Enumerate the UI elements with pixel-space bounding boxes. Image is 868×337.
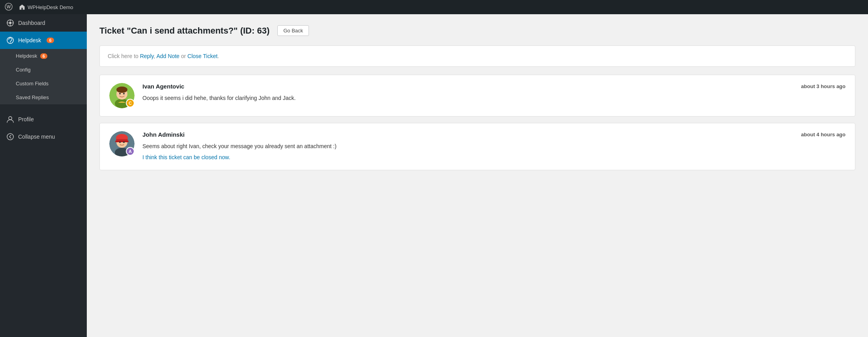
sidebar-submenu-config[interactable]: Config <box>0 63 87 77</box>
sidebar-item-helpdesk[interactable]: Helpdesk 6 <box>0 32 87 49</box>
wp-logo-icon[interactable]: W <box>5 3 13 12</box>
sidebar: Dashboard Helpdesk 6 Helpdesk 6 Config <box>0 14 87 337</box>
go-back-button[interactable]: Go Back <box>277 25 309 36</box>
page-title: Ticket "Can i send attachments?" (ID: 63… <box>99 26 269 36</box>
sidebar-submenu: Helpdesk 6 Config Custom Fields Saved Re… <box>0 49 87 104</box>
sidebar-item-collapse[interactable]: Collapse menu <box>0 128 87 145</box>
reply-end: . <box>217 53 219 59</box>
ticket-message: A John Adminski about 4 hours ago Seems … <box>99 123 855 170</box>
sidebar-active-arrow <box>77 37 80 43</box>
message-line: Ooops it seems i did hehe, thanks for cl… <box>142 94 846 102</box>
svg-point-24 <box>119 141 121 143</box>
sidebar-submenu-custom-fields[interactable]: Custom Fields <box>0 77 87 90</box>
sidebar-item-profile[interactable]: Profile <box>0 111 87 128</box>
svg-point-11 <box>7 134 13 140</box>
reply-link[interactable]: Reply <box>140 53 154 59</box>
app-body: Dashboard Helpdesk 6 Helpdesk 6 Config <box>0 14 868 337</box>
avatar-badge: A <box>126 147 135 156</box>
svg-point-9 <box>10 42 11 43</box>
svg-point-15 <box>116 87 127 93</box>
add-note-link[interactable]: Add Note <box>156 53 179 59</box>
sep2: or <box>180 53 187 59</box>
close-ticket-link[interactable]: Close Ticket <box>187 53 217 59</box>
helpdesk-badge: 6 <box>47 38 54 43</box>
messages-container: C Ivan Agentovic about 3 hours ago Ooops… <box>99 75 855 170</box>
reply-prompt-text: Click here to <box>108 53 140 59</box>
site-link[interactable]: WPHelpDesk Demo <box>19 4 73 10</box>
submenu-helpdesk-badge: 6 <box>40 53 47 59</box>
avatar-wrap: C <box>109 83 135 108</box>
main-content: Ticket "Can i send attachments?" (ID: 63… <box>87 14 868 337</box>
svg-text:W: W <box>7 4 11 9</box>
sidebar-submenu-helpdesk[interactable]: Helpdesk 6 <box>0 49 87 63</box>
ticket-message: C Ivan Agentovic about 3 hours ago Ooops… <box>99 75 855 117</box>
svg-rect-23 <box>115 141 129 142</box>
message-header: Ivan Agentovic about 3 hours ago <box>142 83 846 90</box>
message-author: Ivan Agentovic <box>142 83 184 90</box>
message-time: about 4 hours ago <box>801 132 846 137</box>
reply-box[interactable]: Click here to Reply, Add Note or Close T… <box>99 45 855 67</box>
svg-point-17 <box>123 93 125 94</box>
message-header: John Adminski about 4 hours ago <box>142 131 846 138</box>
svg-point-3 <box>9 22 11 24</box>
avatar-wrap: A <box>109 131 135 156</box>
message-author: John Adminski <box>142 131 185 138</box>
sidebar-item-dashboard[interactable]: Dashboard <box>0 14 87 32</box>
sidebar-submenu-saved-replies[interactable]: Saved Replies <box>0 90 87 104</box>
message-body: Ivan Agentovic about 3 hours ago Ooops i… <box>142 83 846 102</box>
message-line: Seems about right Ivan, check your messa… <box>142 142 846 151</box>
message-time: about 3 hours ago <box>801 83 846 89</box>
message-text: Seems about right Ivan, check your messa… <box>142 142 846 162</box>
message-body: John Adminski about 4 hours ago Seems ab… <box>142 131 846 162</box>
message-text: Ooops it seems i did hehe, thanks for cl… <box>142 94 846 102</box>
message-line: I think this ticket can be closed now. <box>142 153 846 162</box>
svg-point-25 <box>123 141 125 143</box>
admin-bar: W WPHelpDesk Demo <box>0 0 868 14</box>
svg-point-10 <box>9 117 12 120</box>
avatar-badge: C <box>126 99 135 107</box>
page-header: Ticket "Can i send attachments?" (ID: 63… <box>99 25 855 36</box>
svg-point-16 <box>119 93 121 94</box>
